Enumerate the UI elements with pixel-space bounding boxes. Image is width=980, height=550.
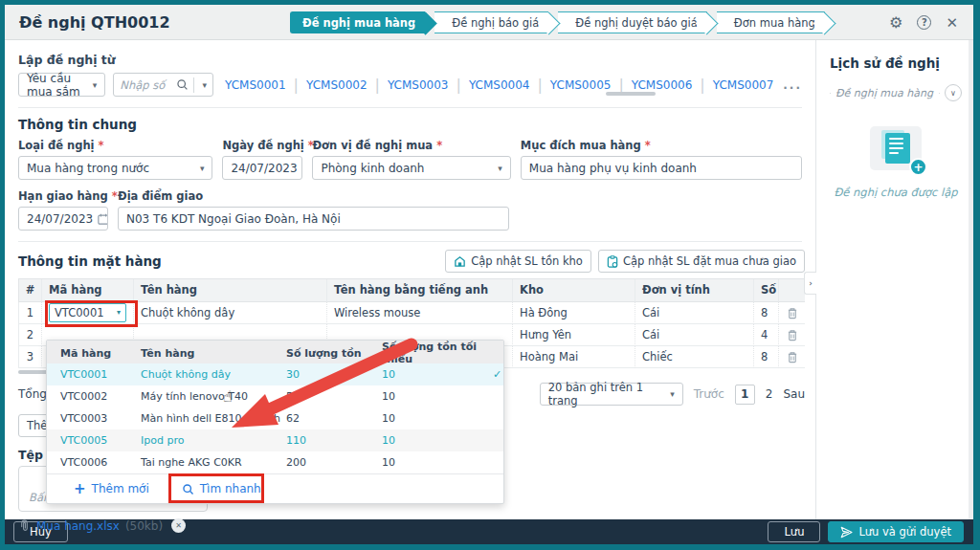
- chevron-down-icon: ▾: [117, 302, 121, 323]
- save-and-submit-button[interactable]: Lưu và gửi duyệt: [828, 521, 964, 542]
- request-search-input[interactable]: [114, 78, 173, 92]
- send-icon: [840, 526, 853, 539]
- history-sidebar: › Lịch sử đề nghị Đề nghị mua hàng ∨ + Đ…: [815, 40, 973, 519]
- required-marker: *: [99, 139, 104, 152]
- settings-gear-icon[interactable]: ⚙: [889, 13, 902, 32]
- col-unit: Đơn vị tính: [635, 279, 753, 302]
- add-new-item-link[interactable]: + Thêm mới: [74, 480, 149, 497]
- request-unit-select[interactable]: Phòng kinh doanh ▾: [312, 156, 510, 180]
- item-code-cell: VTC0001 ▾: [41, 302, 133, 324]
- calendar-icon[interactable]: [93, 213, 108, 225]
- page-size-select[interactable]: 20 bản ghi trên 1 trang ▾: [540, 383, 683, 406]
- picker-row[interactable]: VTC0002 Máy tính lenovo T40 54 10: [47, 385, 503, 407]
- request-link[interactable]: YCMS0001: [225, 78, 286, 92]
- picker-col-min: Số lượng tồn tối thiểu: [382, 341, 493, 365]
- delivery-location-input[interactable]: N03 T6 KDT Ngoại Giao Đoàn, Hà Nội: [118, 207, 509, 231]
- unit-label: Đơn vị đề nghị mua: [312, 139, 433, 152]
- more-requests-icon[interactable]: ...: [783, 78, 802, 92]
- delivery-deadline-input[interactable]: 24/07/2023: [18, 207, 108, 231]
- history-heading: Lịch sử đề nghị: [830, 55, 962, 71]
- chevron-down-icon[interactable]: ▾: [203, 80, 208, 90]
- request-link[interactable]: YCMS0004: [469, 78, 530, 92]
- request-date-input[interactable]: 24/07/2023: [222, 156, 302, 180]
- col-code: Mã hàng: [41, 279, 133, 302]
- chevron-down-icon: ▾: [194, 164, 205, 173]
- col-index: #: [18, 279, 41, 302]
- chevron-down-icon: ▾: [492, 164, 502, 173]
- unit-cell[interactable]: Cái: [635, 302, 753, 324]
- request-link[interactable]: YCMS0002: [306, 78, 368, 92]
- empty-document-icon: +: [870, 126, 922, 170]
- item-code-select[interactable]: VTC0001 ▾: [49, 303, 126, 322]
- col-qty: Số lượ: [753, 279, 778, 302]
- row-index: 3: [18, 346, 41, 368]
- prev-page-button[interactable]: Trước: [694, 387, 724, 401]
- update-ordered-button[interactable]: Cập nhật SL đặt mua chưa giao: [598, 250, 805, 273]
- expand-stage-button[interactable]: ∨: [945, 84, 962, 101]
- qty-cell[interactable]: 4: [753, 324, 778, 346]
- workflow-stepper: Đề nghị mua hàng Đề nghị báo giá Đề nghị…: [290, 11, 825, 33]
- request-link[interactable]: YCMS0006: [632, 78, 693, 92]
- request-search-combo[interactable]: ▾: [113, 73, 213, 97]
- purpose-label: Mục đích mua hàng: [521, 139, 641, 152]
- step-purchase-order[interactable]: Đơn mua hàng: [717, 11, 825, 33]
- picker-col-qty: Số lượng tồn: [286, 347, 382, 360]
- warehouse-icon: [454, 255, 466, 268]
- request-link[interactable]: YCMS0007: [713, 78, 774, 92]
- quick-search-link[interactable]: Tìm nhanh: [182, 482, 261, 495]
- request-link[interactable]: YCMS0003: [388, 78, 449, 92]
- paperclip-icon: [18, 519, 31, 532]
- col-warehouse: Kho: [512, 279, 635, 302]
- history-stage-label: Đề nghị mua hàng: [835, 87, 933, 99]
- delete-row-icon[interactable]: [786, 351, 798, 363]
- remove-attachment-icon[interactable]: ✕: [171, 518, 186, 533]
- sidebar-scrollbar-track[interactable]: [969, 40, 973, 519]
- next-page-button[interactable]: Sau: [783, 387, 805, 401]
- delete-row-icon[interactable]: [786, 329, 798, 341]
- calendar-icon[interactable]: [298, 163, 303, 174]
- picker-row[interactable]: VTC0005 Ipod pro 110 10: [47, 429, 503, 451]
- picker-row[interactable]: VTC0006 Tai nghe AKG C0KR 200 10: [47, 451, 503, 473]
- page-number-current[interactable]: 1: [735, 385, 755, 405]
- update-stock-button[interactable]: Cập nhật SL tồn kho: [445, 250, 591, 273]
- qty-cell[interactable]: 8: [753, 302, 778, 324]
- unit-cell[interactable]: Chiếc: [635, 346, 753, 368]
- step-quote-request[interactable]: Đề nghị báo giá: [434, 11, 548, 33]
- item-picker-dropdown: Mã hàng Tên hàng Số lượng tồn Số lượng t…: [46, 340, 504, 504]
- delete-row-icon[interactable]: [786, 307, 798, 319]
- step-purchase-request[interactable]: Đề nghị mua hàng: [290, 11, 425, 33]
- request-type-select[interactable]: Mua hàng trong nước ▾: [18, 156, 212, 180]
- chevron-right-icon: ›: [809, 278, 813, 288]
- close-icon[interactable]: ✕: [946, 14, 958, 32]
- item-name-cell[interactable]: Chuột không dây: [133, 302, 326, 324]
- col-name-en: Tên hàng bằng tiếng anh: [326, 279, 512, 302]
- attachment-file-link[interactable]: Mua hang.xlsx: [36, 519, 120, 533]
- collapse-sidebar-handle[interactable]: ›: [804, 272, 816, 295]
- picker-row[interactable]: VTC0001 Chuột không dây 30 10 ✓: [47, 363, 503, 385]
- item-name-en-cell[interactable]: Wireless mouse: [326, 302, 512, 324]
- title-bar: Đề nghị QTH0012 Đề nghị mua hàng Đề nghị…: [5, 5, 973, 40]
- step-quote-approval[interactable]: Đề nghị duyệt báo giá: [558, 11, 707, 33]
- request-link[interactable]: YCMS0005: [550, 78, 612, 92]
- actions-cell: [778, 324, 805, 346]
- clipboard-icon: [607, 255, 618, 268]
- history-empty-text: Đề nghị chưa được lập: [834, 186, 957, 199]
- request-links: YCMS0001| YCMS0002| YCMS0003| YCMS0004| …: [225, 76, 773, 94]
- pagination: 20 bản ghi trên 1 trang ▾ Trước 1 2 Sau: [540, 383, 805, 406]
- unit-cell[interactable]: Cái: [635, 324, 753, 346]
- col-actions: [778, 279, 805, 302]
- qty-cell[interactable]: 8: [753, 346, 778, 368]
- purchase-purpose-input[interactable]: Mua hàng phụ vụ kinh doanh: [521, 156, 802, 180]
- picker-row[interactable]: VTC0003 Màn hình dell E810 23inch 62 10: [47, 407, 503, 429]
- picker-col-code: Mã hàng: [60, 347, 141, 360]
- warehouse-cell[interactable]: Hoàng Mai: [512, 346, 635, 368]
- warehouse-cell[interactable]: Hà Đông: [512, 302, 635, 324]
- warehouse-cell[interactable]: Hưng Yên: [512, 324, 635, 346]
- page-number[interactable]: 2: [766, 387, 773, 401]
- help-icon[interactable]: ?: [917, 15, 931, 30]
- check-icon: ✓: [493, 368, 504, 381]
- main-panel: Lập đề nghị từ Yêu cầu mua sắm ▾: [5, 40, 815, 519]
- horizontal-scrollbar-thumb[interactable]: [606, 92, 656, 96]
- deadline-label: Hạn giao hàng: [18, 189, 108, 203]
- source-type-select[interactable]: Yêu cầu mua sắm ▾: [18, 73, 105, 97]
